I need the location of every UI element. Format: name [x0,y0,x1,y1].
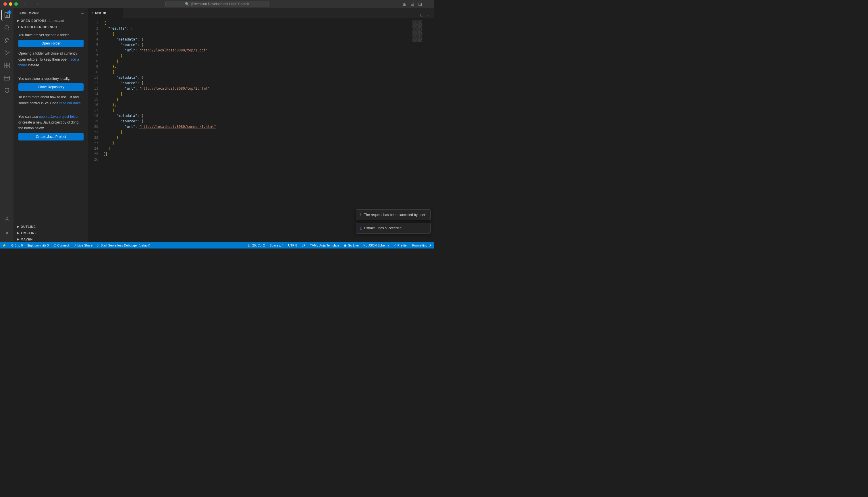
spaces-text: Spaces: 4 [270,244,284,247]
status-position[interactable]: Ln 25, Col 2 [246,242,267,248]
svg-point-20 [6,232,8,234]
status-json-schema[interactable]: No JSON Schema [361,242,391,248]
remote-icon: ⚡ [2,244,6,247]
activity-item-extensions[interactable] [1,60,13,71]
status-gitlens[interactable]: $(git-commit) 0 [25,242,51,248]
status-language[interactable]: YAML Jinja Template [308,242,342,248]
status-spaces[interactable]: Spaces: 4 [267,242,286,248]
tab-bar-actions: ⊡ ··· [417,12,434,18]
warning-icon: △ [17,244,20,247]
back-button[interactable]: ← [23,2,29,6]
svg-rect-12 [7,63,9,65]
create-java-button[interactable]: Create Java Project [18,133,84,141]
outline-arrow: ▶ [17,225,19,228]
gitlens-text: 0 [47,244,48,247]
outline-section[interactable]: ▶ Outline [14,223,88,229]
status-go-live[interactable]: ◉ Go Live [342,242,361,248]
live-share-text: Live Share [77,244,93,247]
status-errors[interactable]: ⊘ 0 △ 0 [9,242,25,248]
prettier-text: Prettier [397,244,408,247]
minimize-button[interactable] [9,2,12,6]
code-line-26 [104,157,411,162]
activity-item-search[interactable] [1,22,13,33]
sidebar: Explorer ··· ▶ Open Editors 1 unsaved ▼ … [14,8,88,242]
tab-test[interactable]: ! test [88,8,123,18]
split-button[interactable]: ⊟ [409,1,415,7]
notification-cancel: ℹ The request has been cancelled by user… [356,210,431,221]
code-line-3: { [104,31,411,37]
status-eol[interactable]: LF [299,242,308,248]
code-line-25: } [104,152,411,157]
sidebar-more-button[interactable]: ··· [80,10,85,16]
run-icon [4,50,10,56]
editor-code[interactable]: { "results": [ { "metadata": { "source":… [103,18,411,242]
activity-item-testing[interactable] [1,85,13,97]
extensions-icon [4,62,10,69]
live-share-icon: ↗ [74,244,76,247]
encoding-text: UTF-8 [288,244,297,247]
open-folder-button[interactable]: Open Folder [18,40,84,47]
maximize-button[interactable] [14,2,18,6]
search-bar[interactable]: 🔍 [Extension Development Host] Search [165,1,269,7]
activity-item-settings[interactable] [1,227,13,239]
maven-arrow: ▶ [17,238,19,241]
formatting-text: Formatting: ✗ [412,244,432,247]
svg-rect-15 [4,76,9,81]
svg-rect-13 [4,66,6,68]
settings-icon [4,230,10,236]
code-line-6: "url": "http://localhost:8080/top/1.pdf" [104,48,411,53]
go-live-icon: ◉ [344,244,347,247]
status-connect[interactable]: ⬡ Connect [51,242,72,248]
open-java-link[interactable]: open a Java project folder [39,115,79,119]
notifications-panel: ℹ The request has been cancelled by user… [356,210,431,233]
status-remote[interactable]: ⚡ [0,242,9,248]
close-button[interactable] [3,2,7,6]
timeline-label: Timeline [21,231,37,235]
more-button[interactable]: ··· [425,1,431,6]
clone-repository-button[interactable]: Clone Repository [18,83,84,91]
status-prettier[interactable]: ✓ Prettier [391,242,410,248]
read-docs-link[interactable]: read our docs [59,101,81,105]
sidebar-header-actions: ··· [80,10,85,16]
more-editors-button[interactable]: ··· [426,12,432,18]
info-icon-extract: ℹ [360,226,362,230]
status-warnings-text: 0 [21,244,23,247]
open-editors-label: Open Editors [21,19,47,23]
activity-item-explorer[interactable]: 1 [1,9,13,21]
svg-marker-7 [5,51,9,55]
sidebar-title: Explorer ··· [14,8,88,17]
activity-item-accounts[interactable] [1,213,13,225]
status-bar: ⚡ ⊘ 0 △ 0 $(git-commit) 0 ⬡ Connect ↗ Li… [0,242,434,248]
svg-point-5 [7,38,9,40]
no-folder-arrow: ▼ [17,26,20,28]
accounts-icon [4,216,10,222]
activity-item-remote-explorer[interactable] [1,72,13,84]
window-controls [3,2,18,6]
panel-button[interactable]: ⊡ [417,1,423,7]
status-live-share[interactable]: ↗ Live Share [72,242,95,248]
activity-bar: 1 [0,8,14,242]
titlebar: ← → 🔍 [Extension Development Host] Searc… [0,0,434,8]
layout-button[interactable]: ⊞ [402,1,407,7]
maven-section[interactable]: ▶ Maven [14,236,88,242]
activity-item-source-control[interactable] [1,34,13,46]
status-encoding[interactable]: UTF-8 [286,242,299,248]
info-icon-cancel: ℹ [360,213,362,217]
svg-rect-11 [4,63,6,65]
navigation-buttons: ← → [23,2,40,6]
split-editor-button[interactable]: ⊡ [419,12,425,18]
open-editors-section[interactable]: ▶ Open Editors 1 unsaved [14,17,88,24]
forward-button[interactable]: → [33,2,40,6]
git-note: To learn more about how to use Git and s… [18,94,84,106]
activity-item-run[interactable] [1,47,13,59]
code-line-8: } [104,59,411,64]
code-line-22: } [104,135,411,141]
timeline-arrow: ▶ [17,231,19,235]
status-formatting[interactable]: Formatting: ✗ [410,242,434,248]
timeline-section[interactable]: ▶ Timeline [14,229,88,236]
open-editors-badge: 1 unsaved [49,19,64,23]
status-serverless[interactable]: ▷ Start Serverless Debugger (default) [95,242,153,248]
code-line-11: "metadata": { [104,75,411,81]
line-numbers: 12345 678910 1112131415 1617181920 21222… [88,18,103,242]
no-folder-section[interactable]: ▼ No Folder Opened [14,24,88,30]
